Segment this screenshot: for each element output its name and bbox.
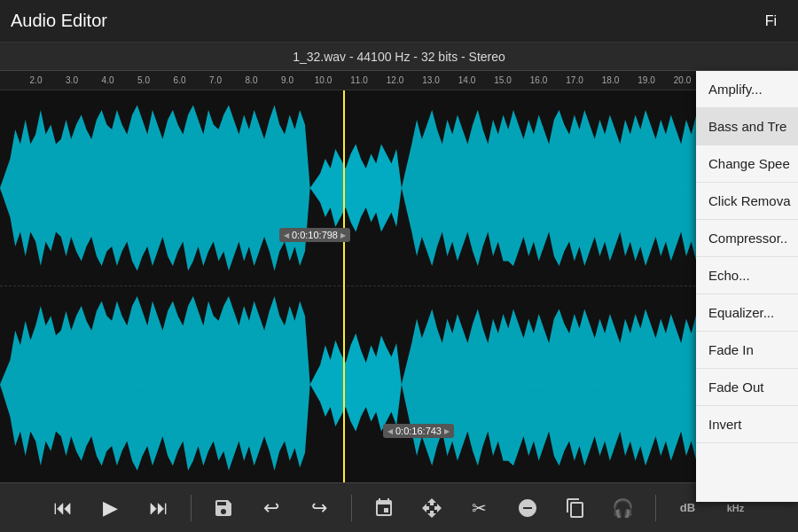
ruler-tick: 2.0 bbox=[30, 75, 43, 85]
menu-item-amplify[interactable]: Amplify... bbox=[696, 71, 798, 108]
menu-item-fade-in[interactable]: Fade In bbox=[696, 332, 798, 369]
app-title: Audio Editor bbox=[11, 11, 765, 31]
channel-top bbox=[0, 90, 798, 286]
waveform-canvas[interactable]: 0:0:10:798 0:0:16:743 bbox=[0, 90, 798, 482]
menu-item-bass-and-treble[interactable]: Bass and Tre bbox=[696, 108, 798, 145]
ruler-tick: 15.0 bbox=[494, 75, 511, 85]
skip-back-button[interactable]: ⏮ bbox=[47, 492, 79, 524]
channel-bottom bbox=[0, 286, 798, 482]
ruler-tick: 16.0 bbox=[530, 75, 547, 85]
playhead bbox=[343, 90, 345, 482]
toolbar: ⏮ ▶ ⏭ ↩ ↪ ✂ 🎧 dB kHz bbox=[0, 482, 798, 532]
ruler-tick: 11.0 bbox=[350, 75, 367, 85]
waveform-top-svg bbox=[0, 90, 798, 286]
ruler-tick: 8.0 bbox=[246, 75, 258, 85]
menu-item-echo[interactable]: Echo... bbox=[696, 257, 798, 294]
fileinfo-text: 1_32.wav - 44100 Hz - 32 bits - Stereo bbox=[293, 50, 505, 64]
headphones-button[interactable]: 🎧 bbox=[607, 492, 639, 524]
split-button[interactable] bbox=[368, 492, 400, 524]
merge-button[interactable] bbox=[416, 492, 448, 524]
timeline-ruler: 2.03.04.05.06.07.08.09.010.011.012.013.0… bbox=[0, 71, 798, 90]
separator-2 bbox=[351, 495, 352, 521]
menu-item-compressor[interactable]: Compressor.. bbox=[696, 220, 798, 257]
copy-button[interactable] bbox=[559, 492, 591, 524]
separator-3 bbox=[655, 495, 656, 521]
menu-item-equalizer[interactable]: Equalizer... bbox=[696, 294, 798, 332]
main-area: 2.03.04.05.06.07.08.09.010.011.012.013.0… bbox=[0, 71, 798, 482]
trim-button[interactable] bbox=[512, 492, 544, 524]
ruler-tick: 14.0 bbox=[458, 75, 475, 85]
ruler-tick: 18.0 bbox=[602, 75, 619, 85]
menu-item-change-speed[interactable]: Change Spee bbox=[696, 145, 798, 183]
bottom-time-marker: 0:0:16:743 bbox=[383, 424, 454, 438]
ruler-tick: 9.0 bbox=[281, 75, 293, 85]
menu-item-click-removal[interactable]: Click Remova bbox=[696, 183, 798, 220]
effects-label: Fi bbox=[765, 13, 777, 29]
ruler-tick: 19.0 bbox=[638, 75, 654, 85]
ruler-tick: 20.0 bbox=[674, 75, 691, 85]
waveform-bottom-svg bbox=[0, 286, 798, 482]
ruler-tick: 4.0 bbox=[102, 75, 114, 85]
ruler-tick: 10.0 bbox=[315, 75, 332, 85]
ruler-tick: 6.0 bbox=[174, 75, 186, 85]
ruler-tick: 5.0 bbox=[137, 75, 150, 85]
ruler-tick: 12.0 bbox=[387, 75, 403, 85]
effects-menu: Amplify...Bass and TreChange SpeeClick R… bbox=[696, 71, 798, 502]
ruler-tick: 3.0 bbox=[66, 75, 78, 85]
redo-button[interactable]: ↪ bbox=[303, 492, 335, 524]
ruler-tick: 17.0 bbox=[566, 75, 583, 85]
skip-forward-button[interactable]: ⏭ bbox=[143, 492, 175, 524]
undo-button[interactable]: ↩ bbox=[255, 492, 287, 524]
top-time-marker: 0:0:10:798 bbox=[279, 228, 350, 242]
cut-button[interactable]: ✂ bbox=[464, 492, 496, 524]
save-button[interactable] bbox=[207, 492, 239, 524]
ruler-tick: 13.0 bbox=[422, 75, 439, 85]
fileinfo-bar: 1_32.wav - 44100 Hz - 32 bits - Stereo bbox=[0, 43, 798, 71]
play-button[interactable]: ▶ bbox=[95, 492, 127, 524]
separator-1 bbox=[191, 495, 192, 521]
ruler-tick: 7.0 bbox=[209, 75, 222, 85]
menu-item-invert[interactable]: Invert bbox=[696, 406, 798, 443]
menu-item-fade-out[interactable]: Fade Out bbox=[696, 369, 798, 406]
waveform-area[interactable]: 2.03.04.05.06.07.08.09.010.011.012.013.0… bbox=[0, 71, 798, 482]
header: Audio Editor Fi bbox=[0, 0, 798, 43]
